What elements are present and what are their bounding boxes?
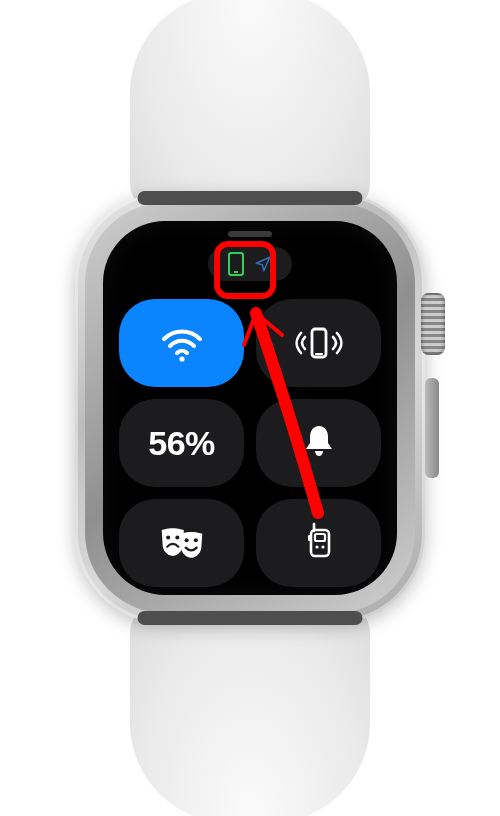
svg-point-10 [321,545,324,548]
watch-band-top [130,0,370,213]
wifi-icon [158,319,206,367]
ping-iphone-button[interactable] [256,299,381,387]
watch-lug-top [138,191,363,205]
location-services-icon [254,255,272,273]
control-center-grid: 56% [119,299,381,595]
watch-band-bottom [130,603,370,816]
watch-case: 56% [75,193,425,623]
silent-mode-toggle[interactable] [256,399,381,487]
svg-rect-1 [312,329,326,357]
battery-button[interactable]: 56% [119,399,244,487]
theater-mode-toggle[interactable] [119,499,244,587]
svg-rect-8 [315,534,325,541]
ping-iphone-icon [295,319,343,367]
svg-point-3 [166,535,170,539]
watch-lug-bottom [138,611,363,625]
bell-icon [299,420,339,467]
walkie-talkie-icon [299,520,339,567]
svg-point-0 [179,356,184,361]
walkie-talkie-toggle[interactable] [256,499,381,587]
theater-masks-icon [158,519,206,567]
phone-connected-icon [228,252,244,276]
connectivity-status-pill[interactable] [208,247,292,281]
svg-rect-12 [308,535,311,541]
svg-point-9 [315,545,318,548]
svg-point-4 [175,535,179,539]
watch-screen: 56% [103,221,397,595]
svg-point-5 [184,538,188,542]
svg-point-6 [193,538,197,542]
side-button[interactable] [425,378,439,478]
control-center-grabber[interactable] [228,231,272,237]
wifi-toggle[interactable] [119,299,244,387]
digital-crown[interactable] [421,293,445,355]
battery-percent-label: 56% [148,424,215,463]
